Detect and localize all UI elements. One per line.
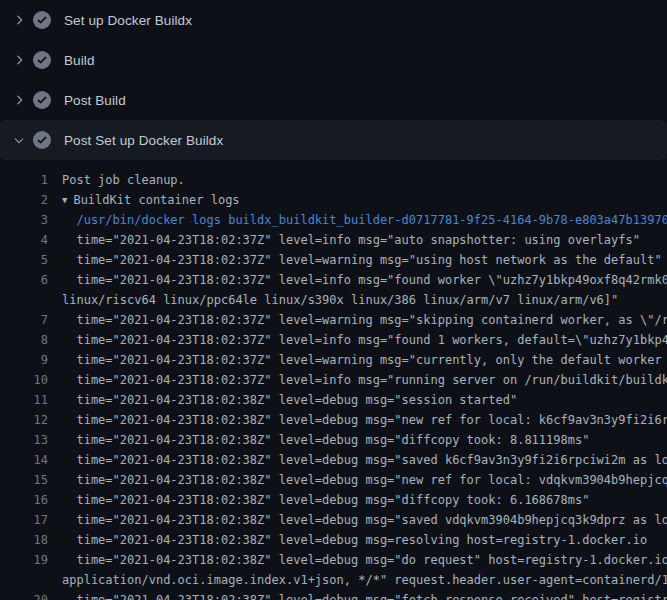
log-text: time="2021-04-23T18:02:38Z" level=debug … [62,390,667,410]
log-line: 5 time="2021-04-23T18:02:37Z" level=warn… [0,250,667,270]
log-text: time="2021-04-23T18:02:38Z" level=debug … [62,530,667,550]
steps-list: Set up Docker BuildxBuildPost BuildPost … [0,0,667,160]
log-line: 14 time="2021-04-23T18:02:38Z" level=deb… [0,450,667,470]
line-number[interactable]: 17 [0,510,48,530]
log-panel: 1Post job cleanup.2▼BuildKit container l… [0,160,667,600]
log-line: 16 time="2021-04-23T18:02:38Z" level=deb… [0,490,667,510]
log-line: 11 time="2021-04-23T18:02:38Z" level=deb… [0,390,667,410]
chevron-right-icon[interactable] [12,53,26,67]
check-circle-icon [33,51,51,69]
step-row-set-up-docker-buildx[interactable]: Set up Docker Buildx [0,0,667,40]
step-label: Post Build [64,93,126,108]
line-number [0,290,48,310]
line-number[interactable]: 2 [0,190,48,210]
line-number[interactable]: 13 [0,430,48,450]
line-number[interactable]: 7 [0,310,48,330]
log-line: 3 /usr/bin/docker logs buildx_buildkit_b… [0,210,667,230]
log-group-title: BuildKit container logs [73,193,239,207]
log-line: 1Post job cleanup. [0,170,667,190]
line-number [0,570,48,590]
log-line: 19 time="2021-04-23T18:02:38Z" level=deb… [0,550,667,570]
line-number[interactable]: 14 [0,450,48,470]
line-number[interactable]: 3 [0,210,48,230]
log-line-continuation: linux/riscv64 linux/ppc64le linux/s390x … [0,290,667,310]
step-label: Post Set up Docker Buildx [64,133,223,148]
log-line: 13 time="2021-04-23T18:02:38Z" level=deb… [0,430,667,450]
log-text: application/vnd.oci.image.index.v1+json,… [62,570,667,590]
step-row-post-set-up-docker-buildx[interactable]: Post Set up Docker Buildx [0,120,667,160]
step-row-build[interactable]: Build [0,40,667,80]
line-number[interactable]: 10 [0,370,48,390]
log-line: 7 time="2021-04-23T18:02:37Z" level=warn… [0,310,667,330]
line-number[interactable]: 8 [0,330,48,350]
log-text: time="2021-04-23T18:02:37Z" level=info m… [62,370,667,390]
log-text: time="2021-04-23T18:02:37Z" level=warnin… [62,310,667,330]
log-text: time="2021-04-23T18:02:38Z" level=debug … [62,550,667,570]
check-circle-icon [33,11,51,29]
log-text: time="2021-04-23T18:02:38Z" level=debug … [62,430,667,450]
actions-log-viewer: Set up Docker BuildxBuildPost BuildPost … [0,0,667,600]
log-line: 6 time="2021-04-23T18:02:37Z" level=info… [0,270,667,290]
log-text: Post job cleanup. [62,170,667,190]
log-line: 10 time="2021-04-23T18:02:37Z" level=inf… [0,370,667,390]
log-text: time="2021-04-23T18:02:38Z" level=debug … [62,510,667,530]
log-line: 8 time="2021-04-23T18:02:37Z" level=info… [0,330,667,350]
log-line: 20 time="2021-04-23T18:02:38Z" level=deb… [0,590,667,600]
log-text: time="2021-04-23T18:02:37Z" level=info m… [62,270,667,290]
log-command-text: /usr/bin/docker logs buildx_buildkit_bui… [62,210,667,230]
chevron-right-icon[interactable] [12,93,26,107]
log-line: 4 time="2021-04-23T18:02:37Z" level=info… [0,230,667,250]
step-label: Build [64,53,95,68]
log-text: time="2021-04-23T18:02:38Z" level=debug … [62,490,667,510]
log-line: 2▼BuildKit container logs [0,190,667,210]
line-number[interactable]: 20 [0,590,48,600]
line-number[interactable]: 1 [0,170,48,190]
line-number[interactable]: 15 [0,470,48,490]
line-number[interactable]: 16 [0,490,48,510]
log-text: linux/riscv64 linux/ppc64le linux/s390x … [62,290,667,310]
line-number[interactable]: 5 [0,250,48,270]
log-line: 9 time="2021-04-23T18:02:37Z" level=warn… [0,350,667,370]
log-text: time="2021-04-23T18:02:37Z" level=info m… [62,230,667,250]
line-number[interactable]: 12 [0,410,48,430]
log-text: time="2021-04-23T18:02:37Z" level=info m… [62,330,667,350]
log-text: time="2021-04-23T18:02:38Z" level=debug … [62,450,667,470]
log-line-continuation: application/vnd.oci.image.index.v1+json,… [0,570,667,590]
check-circle-icon [33,91,51,109]
log-line: 18 time="2021-04-23T18:02:38Z" level=deb… [0,530,667,550]
line-number[interactable]: 9 [0,350,48,370]
line-number[interactable]: 6 [0,270,48,290]
chevron-right-icon[interactable] [12,13,26,27]
line-number[interactable]: 11 [0,390,48,410]
step-row-post-build[interactable]: Post Build [0,80,667,120]
log-text: time="2021-04-23T18:02:37Z" level=warnin… [62,250,667,270]
log-text: ▼BuildKit container logs [62,190,667,210]
log-text: time="2021-04-23T18:02:38Z" level=debug … [62,470,667,490]
line-number[interactable]: 4 [0,230,48,250]
check-circle-icon [33,131,51,149]
log-text: time="2021-04-23T18:02:37Z" level=warnin… [62,350,667,370]
log-text: time="2021-04-23T18:02:38Z" level=debug … [62,410,667,430]
log-group-toggle-icon[interactable]: ▼ [62,190,67,210]
chevron-down-icon[interactable] [12,133,26,147]
line-number[interactable]: 18 [0,530,48,550]
log-line: 12 time="2021-04-23T18:02:38Z" level=deb… [0,410,667,430]
step-label: Set up Docker Buildx [64,13,192,28]
log-line: 17 time="2021-04-23T18:02:38Z" level=deb… [0,510,667,530]
line-number[interactable]: 19 [0,550,48,570]
log-line: 15 time="2021-04-23T18:02:38Z" level=deb… [0,470,667,490]
log-text: time="2021-04-23T18:02:38Z" level=debug … [62,590,667,600]
